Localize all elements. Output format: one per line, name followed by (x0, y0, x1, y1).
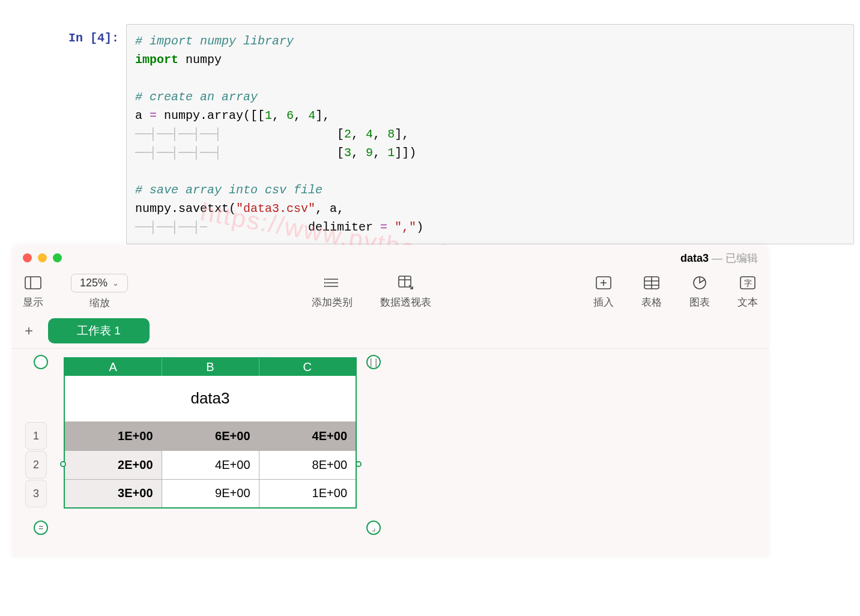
fullscreen-button[interactable] (53, 253, 62, 262)
sheet-tabs: + 工作表 1 (12, 318, 769, 349)
text-button[interactable]: 字 文本 (737, 274, 758, 309)
cell[interactable]: 4E+00 (162, 450, 259, 479)
cell[interactable]: 1E+00 (259, 479, 356, 508)
list-icon (323, 274, 341, 292)
table-handle-resize[interactable]: ⌟ (366, 521, 381, 535)
minimize-button[interactable] (38, 253, 47, 262)
view-label: 显示 (23, 295, 43, 309)
row-header-3[interactable]: 3 (25, 480, 47, 507)
pivot-table-button[interactable]: 数据透视表 (380, 274, 431, 309)
table-handle-addrow[interactable]: = (34, 521, 48, 535)
code-text: a (135, 109, 150, 122)
code-keyword: import (135, 53, 178, 67)
toolbar: 显示 125% ⌄ 缩放 添加类别 数据透视表 (12, 270, 769, 317)
code-number: 1 (265, 109, 272, 122)
text-label: 文本 (737, 295, 758, 309)
table-label: 表格 (641, 295, 662, 309)
code-editor[interactable]: # import numpy library import numpy # cr… (126, 24, 854, 244)
table-handle-topleft[interactable]: ○ (34, 355, 48, 369)
svg-point-7 (324, 286, 326, 288)
cell[interactable]: 4E+00 (259, 421, 356, 450)
row-labels: 1 2 3 (25, 422, 47, 509)
col-header-b[interactable]: B (162, 358, 259, 376)
window-titlebar[interactable]: data3 — 已编辑 (12, 245, 769, 270)
cell[interactable]: 6E+00 (162, 421, 259, 450)
add-category-button[interactable]: 添加类别 (312, 274, 353, 309)
chart-label: 图表 (689, 295, 710, 309)
zoom-label: 缩放 (89, 296, 110, 310)
svg-point-5 (324, 279, 326, 280)
pivot-icon (397, 274, 415, 292)
svg-point-6 (324, 282, 326, 284)
row-header-2[interactable]: 2 (25, 451, 47, 479)
zoom-control[interactable]: 125% ⌄ 缩放 (71, 274, 128, 310)
add-category-label: 添加类别 (312, 295, 353, 309)
window-filename: data3 (680, 252, 709, 264)
close-button[interactable] (23, 253, 32, 262)
svg-text:字: 字 (744, 279, 752, 288)
cell[interactable]: 2E+00 (64, 450, 162, 479)
col-header-a[interactable]: A (64, 358, 162, 376)
pivot-label: 数据透视表 (380, 295, 431, 309)
chevron-down-icon: ⌄ (112, 279, 119, 288)
insert-label: 插入 (593, 295, 614, 309)
selection-handle[interactable] (60, 461, 66, 467)
code-op: = (150, 109, 157, 122)
cell[interactable]: 1E+00 (64, 421, 162, 450)
spreadsheet-area: ○ || A B C data3 1E+00 6E+00 4E+00 2E+00 (12, 349, 769, 517)
table-title-cell[interactable]: data3 (64, 376, 356, 421)
insert-button[interactable]: 插入 (593, 274, 614, 309)
col-header-c[interactable]: C (259, 358, 356, 376)
selection-handle[interactable] (356, 461, 362, 467)
add-sheet-button[interactable]: + (18, 320, 40, 342)
traffic-lights (23, 253, 62, 262)
code-text: numpy.array([[ (157, 109, 265, 122)
code-string: "data3.csv" (236, 202, 315, 216)
chart-button[interactable]: 图表 (689, 274, 710, 309)
cell[interactable]: 8E+00 (259, 450, 356, 479)
window-title: data3 — 已编辑 (680, 251, 758, 265)
sidebar-icon (24, 274, 42, 292)
view-button[interactable]: 显示 (23, 274, 43, 310)
row-header-1[interactable]: 1 (25, 422, 47, 450)
code-comment: # import numpy library (135, 34, 294, 48)
code-comment: # save array into csv file (135, 183, 322, 197)
sheet-tab-1[interactable]: 工作表 1 (48, 318, 150, 343)
window-edited-label: 已编辑 (725, 252, 758, 264)
code-text: numpy (178, 53, 222, 67)
table-button[interactable]: 表格 (641, 274, 662, 309)
cell[interactable]: 9E+00 (162, 479, 259, 508)
code-comment: # create an array (135, 90, 258, 104)
spreadsheet-table[interactable]: A B C data3 1E+00 6E+00 4E+00 2E+00 4E+0… (64, 357, 357, 509)
cell[interactable]: 3E+00 (64, 479, 162, 508)
pie-chart-icon (691, 274, 709, 292)
numbers-window: data3 — 已编辑 显示 125% ⌄ 缩放 (12, 245, 769, 557)
table-icon (643, 274, 661, 292)
jupyter-code-cell: In [4]: # import numpy library import nu… (54, 24, 854, 244)
svg-rect-0 (25, 277, 41, 289)
text-icon: 字 (739, 274, 757, 292)
insert-icon (595, 274, 613, 292)
zoom-value: 125% (80, 277, 108, 289)
